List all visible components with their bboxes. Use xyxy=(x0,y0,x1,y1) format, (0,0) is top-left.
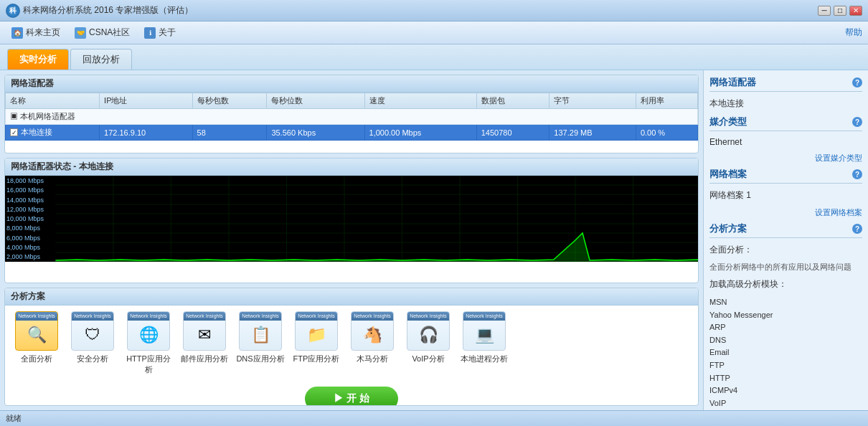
analysis-icon-header-2: Network Insights xyxy=(128,312,169,321)
menu-community[interactable]: 🤝 CSNA社区 xyxy=(69,24,136,41)
analysis-icon-label-1: 安全分析 xyxy=(77,354,108,364)
home-icon: 🏠 xyxy=(11,27,23,39)
titlebar-controls[interactable]: ─ □ ✕ xyxy=(818,6,862,16)
analysis-icon-item-3[interactable]: Network Insights ✉ 邮件应用分析 xyxy=(179,311,230,364)
analysis-icon-box-7: Network Insights 🎧 xyxy=(407,311,450,351)
y-label-8: 2,000 Mbps xyxy=(6,253,44,260)
adapter-section-body: 名称 IP地址 每秒包数 每秒位数 速度 数据包 字节 利用率 xyxy=(5,93,698,153)
adapter-ip-cell: 172.16.9.10 xyxy=(100,125,193,141)
right-panel: 网络适配器 ? 本地连接 媒介类型 ? Ethernet 设置媒介类型 网络档案… xyxy=(703,70,868,410)
analysis-icon-img-5: 📁 xyxy=(307,326,326,344)
start-button[interactable]: ▶ 开 始 xyxy=(305,387,398,406)
analysis-icon-box-6: Network Insights 🐴 xyxy=(351,311,394,351)
info-icon: ℹ xyxy=(144,27,156,39)
menu-about[interactable]: ℹ 关于 xyxy=(138,24,181,41)
analysis-icon-label-3: 邮件应用分析 xyxy=(181,354,228,364)
menu-home[interactable]: 🏠 科来主页 xyxy=(6,24,66,41)
analysis-icon-img-7: 🎧 xyxy=(419,326,438,344)
analysis-icon-img-4: 📋 xyxy=(251,326,270,344)
analysis-icon-img-1: 🛡 xyxy=(85,326,100,344)
advanced-item-3: DNS xyxy=(709,334,862,347)
right-adapter-name: 本地连接 xyxy=(709,96,862,111)
y-label-7: 4,000 Mbps xyxy=(6,244,44,251)
y-label-0: 18,000 Mbps xyxy=(6,177,44,184)
tab-realtime[interactable]: 实时分析 xyxy=(7,49,69,70)
menu-about-label: 关于 xyxy=(159,27,176,39)
right-profile-title: 网络档案 ? xyxy=(709,168,862,184)
adapter-speed-cell: 1,000.00 Mbps xyxy=(364,125,476,141)
advanced-item-6: HTTP xyxy=(709,372,862,385)
adapter-packets-cell: 1450780 xyxy=(476,125,549,141)
menubar: 🏠 科来主页 🤝 CSNA社区 ℹ 关于 帮助 xyxy=(0,22,868,44)
col-bps: 每秒位数 xyxy=(267,93,364,109)
help-button[interactable]: 帮助 xyxy=(845,27,862,39)
adapter-bytes-cell: 137.29 MB xyxy=(549,125,636,141)
adapter-usage-cell: 0.00 % xyxy=(636,125,697,141)
minimize-button[interactable]: ─ xyxy=(818,6,831,16)
analysis-icon-img-2: 🌐 xyxy=(139,326,159,344)
right-scheme-full-label: 全面分析： xyxy=(709,242,862,257)
adapter-checkbox[interactable]: ✓ xyxy=(10,128,18,136)
adapter-table: 名称 IP地址 每秒包数 每秒位数 速度 数据包 字节 利用率 xyxy=(5,93,698,141)
analysis-icon-box-5: Network Insights 📁 xyxy=(295,311,338,351)
analysis-icon-box-8: Network Insights 💻 xyxy=(463,311,506,351)
scheme-help-icon[interactable]: ? xyxy=(852,224,862,234)
right-scheme-advanced-label: 加载高级分析模块： xyxy=(709,277,862,292)
right-scheme-advanced-items: MSNYahoo MessengerARPDNSEmailFTPHTTPICMP… xyxy=(709,296,862,410)
analysis-icon-box-3: Network Insights ✉ xyxy=(183,311,226,351)
analysis-icon-item-5[interactable]: Network Insights 📁 FTP应用分析 xyxy=(291,311,342,364)
col-bytes: 字节 xyxy=(549,93,636,109)
analysis-icon-label-0: 全面分析 xyxy=(21,354,52,364)
statusbar: 就绪 xyxy=(0,410,868,426)
adapter-data-row[interactable]: ✓ 本地连接 172.16.9.10 58 35.560 Kbps 1,000.… xyxy=(6,125,698,141)
adapter-section-title: 网络适配器 xyxy=(5,75,698,93)
analysis-icon-label-5: FTP应用分析 xyxy=(293,354,340,364)
chart-body: 18,000 Mbps 16,000 Mbps 14,000 Mbps 12,0… xyxy=(5,176,698,262)
analysis-icon-item-2[interactable]: Network Insights 🌐 HTTP应用分析 xyxy=(123,311,174,375)
tab-playback[interactable]: 回放分析 xyxy=(70,49,132,70)
profile-settings-link[interactable]: 设置网络档案 xyxy=(709,207,862,218)
media-help-icon[interactable]: ? xyxy=(852,117,862,127)
analysis-icon-img-8: 💻 xyxy=(475,326,494,344)
analysis-icon-item-7[interactable]: Network Insights 🎧 VoIP分析 xyxy=(402,311,454,364)
analysis-icon-item-0[interactable]: Network Insights 🔍 全面分析 xyxy=(11,311,62,364)
advanced-item-0: MSN xyxy=(709,296,862,309)
adapter-pps-cell: 58 xyxy=(192,125,267,141)
expand-icon[interactable]: ▣ xyxy=(10,112,18,120)
analysis-icon-item-1[interactable]: Network Insights 🛡 安全分析 xyxy=(67,311,118,364)
menu-community-label: CSNA社区 xyxy=(89,27,130,39)
right-scheme-full-desc: 全面分析网络中的所有应用以及网络问题 xyxy=(709,262,862,273)
left-panel: 网络适配器 名称 IP地址 每秒包数 每秒位数 速度 数据包 字节 利用率 xyxy=(0,70,703,410)
col-usage: 利用率 xyxy=(636,93,697,109)
adapter-name-cell: ✓ 本地连接 xyxy=(6,125,100,141)
analysis-icon-label-2: HTTP应用分析 xyxy=(123,354,174,375)
adapter-group-row: ▣ 本机网络适配器 xyxy=(6,109,698,125)
y-label-3: 12,000 Mbps xyxy=(6,206,44,213)
svg-marker-18 xyxy=(55,233,698,262)
adapter-group-label: ▣ 本机网络适配器 xyxy=(6,109,698,125)
col-speed: 速度 xyxy=(364,93,476,109)
adapter-section: 网络适配器 名称 IP地址 每秒包数 每秒位数 速度 数据包 字节 利用率 xyxy=(4,75,699,153)
y-label-4: 10,000 Mbps xyxy=(6,215,44,222)
analysis-icon-item-8[interactable]: Network Insights 💻 本地进程分析 xyxy=(458,311,510,364)
analysis-icon-item-4[interactable]: Network Insights 📋 DNS应用分析 xyxy=(235,311,286,364)
chart-section: 网络适配器状态 - 本地连接 18,000 Mbps 16,000 Mbps 1… xyxy=(4,158,699,283)
analysis-section: 分析方案 Network Insights 🔍 全面分析 Network Ins… xyxy=(4,288,699,406)
adapter-help-icon[interactable]: ? xyxy=(852,77,862,87)
media-settings-link[interactable]: 设置媒介类型 xyxy=(709,153,862,164)
analysis-icon-label-8: 本地进程分析 xyxy=(461,354,508,364)
analysis-icon-box-0: Network Insights 🔍 xyxy=(15,311,58,351)
analysis-icon-header-3: Network Insights xyxy=(184,312,225,321)
titlebar-left: 科 科来网络分析系统 2016 专家增强版（评估） xyxy=(6,4,193,18)
app-logo: 科 xyxy=(6,4,20,18)
advanced-item-7: ICMPv4 xyxy=(709,384,862,397)
analysis-icon-img-3: ✉ xyxy=(198,326,211,344)
analysis-icons: Network Insights 🔍 全面分析 Network Insights… xyxy=(5,306,698,381)
close-button[interactable]: ✕ xyxy=(849,6,862,16)
analysis-icon-item-6[interactable]: Network Insights 🐴 木马分析 xyxy=(346,311,398,364)
y-label-6: 6,000 Mbps xyxy=(6,235,44,242)
chart-y-labels: 18,000 Mbps 16,000 Mbps 14,000 Mbps 12,0… xyxy=(5,176,45,262)
maximize-button[interactable]: □ xyxy=(834,6,846,16)
profile-help-icon[interactable]: ? xyxy=(852,169,862,179)
advanced-item-5: FTP xyxy=(709,359,862,372)
